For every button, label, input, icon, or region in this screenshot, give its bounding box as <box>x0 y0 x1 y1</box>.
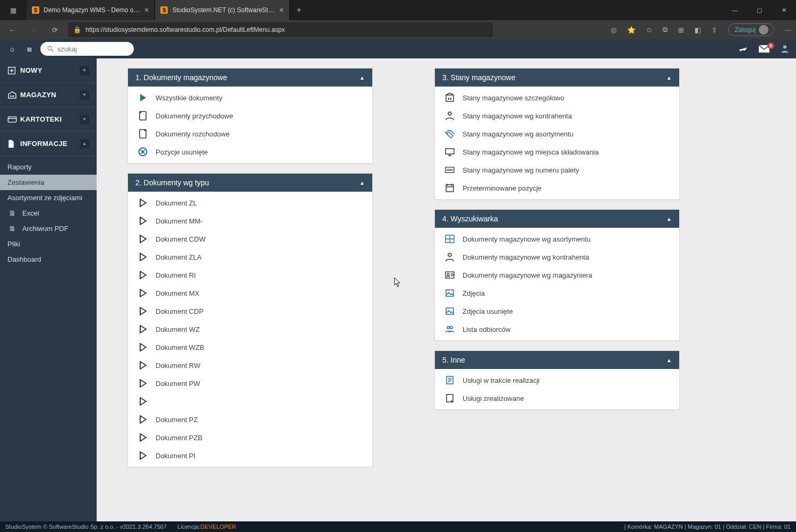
close-icon[interactable]: ✕ <box>279 6 284 14</box>
xls-icon: 🗎 <box>7 209 17 217</box>
collapse-icon[interactable]: ▲ <box>360 180 365 186</box>
window-maximize-button[interactable]: ▢ <box>747 0 772 20</box>
panel-item[interactable]: Dokument RW <box>128 356 372 374</box>
pdf-icon: 🗎 <box>7 225 17 233</box>
panel-item[interactable]: Dokumenty przychodowe <box>128 107 372 125</box>
sidebar-item-raporty[interactable]: Raporty <box>0 159 97 175</box>
monitor-icon <box>444 147 455 157</box>
panel-item-label: Dokument PI <box>156 452 195 460</box>
panel-item-label: Dokumenty przychodowe <box>156 112 233 120</box>
panel-item[interactable]: Dokumenty rozchodowe <box>128 125 372 143</box>
sidebar-item-archiwum-pdf[interactable]: 🗎Archiwum PDF <box>0 221 97 236</box>
takeoff-icon[interactable] <box>738 44 748 54</box>
play-icon <box>138 198 148 208</box>
panel-title: 5. Inne <box>442 356 465 364</box>
panel-header[interactable]: 2. Dokumenty wg typu▲ <box>128 174 372 192</box>
sidebar-item-excel[interactable]: 🗎Excel <box>0 205 97 221</box>
sidebar-item-asortyment-ze-zdjęciami[interactable]: Asortyment ze zdjęciami <box>0 190 97 205</box>
footer-copyright: StudioSystem © SoftwareStudio Sp. z o.o.… <box>5 524 167 530</box>
footer-license-link[interactable]: DEVELOPER <box>201 524 236 530</box>
nav-group-nowy[interactable]: NOWY▼ <box>0 58 97 83</box>
collections-icon[interactable]: ⧉ <box>663 25 667 34</box>
note-icon <box>444 375 455 385</box>
panel-item[interactable]: Zdjęcia <box>435 284 679 302</box>
panel-item[interactable]: Dokument ZLA <box>128 248 372 266</box>
reading-icon[interactable]: ⭐ <box>627 26 636 34</box>
panel-item[interactable]: Dokument CDP <box>128 302 372 320</box>
panel-item[interactable]: Dokument RI <box>128 266 372 284</box>
nav-group-magazyn[interactable]: MAGAZYN▼ <box>0 83 97 107</box>
collapse-icon[interactable]: ▲ <box>666 357 672 363</box>
tracking-icon[interactable]: ◎ <box>611 26 617 34</box>
panel-item[interactable]: Dokument MM- <box>128 212 372 230</box>
sidebar-item-label: Raporty <box>7 163 32 171</box>
tab-preview-icon[interactable]: ▦ <box>0 0 27 20</box>
panel-item-label: Dokument WZB <box>156 344 204 351</box>
mail-button[interactable]: 5 <box>759 45 769 53</box>
sidebar-item-pliki[interactable]: Pliki <box>0 236 97 252</box>
panel-item[interactable]: Stany magazynowe wg miejsca składowania <box>435 143 679 161</box>
panel-item[interactable]: Zdjęcia usunięte <box>435 302 679 320</box>
user-icon[interactable] <box>780 44 790 54</box>
panel-item[interactable]: Usługi w trakcie realizacji <box>435 371 679 389</box>
panel-item[interactable]: Stany magazynowe wg kontrahenta <box>435 107 679 125</box>
menu-toggle-icon[interactable]: ≣ <box>23 45 35 53</box>
panel-header[interactable]: 5. Inne▲ <box>435 351 679 369</box>
panel-item[interactable]: Dokument PW <box>128 374 372 392</box>
panel-item-label: Dokument ZL <box>156 199 197 207</box>
panel-item[interactable]: Stany magazynowe szczegółowo <box>435 89 679 107</box>
back-button[interactable]: ← <box>4 22 20 37</box>
window-minimize-button[interactable]: ― <box>723 0 747 20</box>
browser-tab-active[interactable]: S StudioSystem.NET (c) SoftwareSt… ✕ <box>155 0 290 20</box>
home-icon[interactable]: ⌂ <box>6 45 18 53</box>
panel-header[interactable]: 1. Dokumenty magazynowe▲ <box>128 68 372 87</box>
new-tab-button[interactable]: + <box>290 0 308 20</box>
close-icon[interactable]: ✕ <box>144 6 149 14</box>
performance-icon[interactable]: ◧ <box>695 26 701 34</box>
panel-item[interactable]: Dokument PZB <box>128 428 372 447</box>
panel-item-label: Dokument CDW <box>156 235 206 243</box>
app-header: ⌂ ≣ 5 <box>0 39 796 58</box>
panel-item[interactable]: Dokumenty magazynowe wg asortymentu <box>435 230 679 248</box>
panel-item[interactable]: Dokument WZB <box>128 338 372 356</box>
panel-item[interactable]: Przeterminowane pozycje <box>435 179 679 197</box>
panel-item[interactable]: Dokument ZL <box>128 194 372 212</box>
nav-group-informacje[interactable]: INFORMACJE▲ <box>0 132 97 156</box>
collapse-icon[interactable]: ▲ <box>666 75 672 81</box>
panel-item[interactable]: Dokument PZ <box>128 410 372 428</box>
panel-item[interactable]: Pozycje usunięte <box>128 143 372 161</box>
building-icon <box>444 92 455 103</box>
favorites-icon[interactable]: ✩ <box>646 26 652 34</box>
sidebar-item-dashboard[interactable]: Dashboard <box>0 252 97 267</box>
panel-header[interactable]: 4. Wyszukiwarka▲ <box>435 210 679 228</box>
nav-group-kartoteki[interactable]: KARTOTEKI▼ <box>0 107 97 132</box>
panel-item[interactable]: Stany magazynowe wg asortymentu <box>435 125 679 143</box>
more-icon[interactable]: ⋯ <box>785 26 792 34</box>
panel-item[interactable]: Dokumenty magazynowe wg magazyniera <box>435 266 679 284</box>
global-search[interactable] <box>40 42 134 56</box>
panel-item[interactable]: Dokumenty magazynowe wg kontrahenta <box>435 248 679 266</box>
share-icon[interactable]: ⇪ <box>712 26 717 34</box>
sidebar-item-label: Zestawienia <box>7 178 44 186</box>
profile-login-button[interactable]: Zaloguj <box>728 23 774 36</box>
panel-header[interactable]: 3. Stany magazynowe▲ <box>435 68 679 87</box>
panel-item[interactable]: Lista odbiorców <box>435 320 679 338</box>
url-input[interactable]: 🔒 https://studiosystemdemo.softwarestudi… <box>68 22 493 37</box>
panel-item[interactable]: Dokument MX <box>128 284 372 302</box>
search-input[interactable] <box>57 45 147 53</box>
sidebar-item-zestawienia[interactable]: Zestawienia <box>0 175 97 190</box>
browser-tab[interactable]: S Demo Magazyn WMS - Demo o… ✕ <box>27 0 155 20</box>
panel-item[interactable]: Dokument CDW <box>128 230 372 248</box>
extensions-icon[interactable]: ⊞ <box>678 26 684 34</box>
panel-title: 4. Wyszukiwarka <box>442 214 498 223</box>
collapse-icon[interactable]: ▲ <box>666 216 672 222</box>
panel-item[interactable] <box>128 392 372 410</box>
panel-item[interactable]: Stany magazynowe wg numeru palety <box>435 161 679 179</box>
panel-item[interactable]: Dokument PI <box>128 447 372 465</box>
panel-item[interactable]: Dokument WZ <box>128 320 372 338</box>
refresh-button[interactable]: ⟳ <box>47 22 63 37</box>
window-close-button[interactable]: ✕ <box>772 0 796 20</box>
collapse-icon[interactable]: ▲ <box>360 75 365 81</box>
panel-item[interactable]: Wszystkie dokumenty <box>128 89 372 107</box>
panel-item[interactable]: Usługi zrealizowane <box>435 389 679 407</box>
